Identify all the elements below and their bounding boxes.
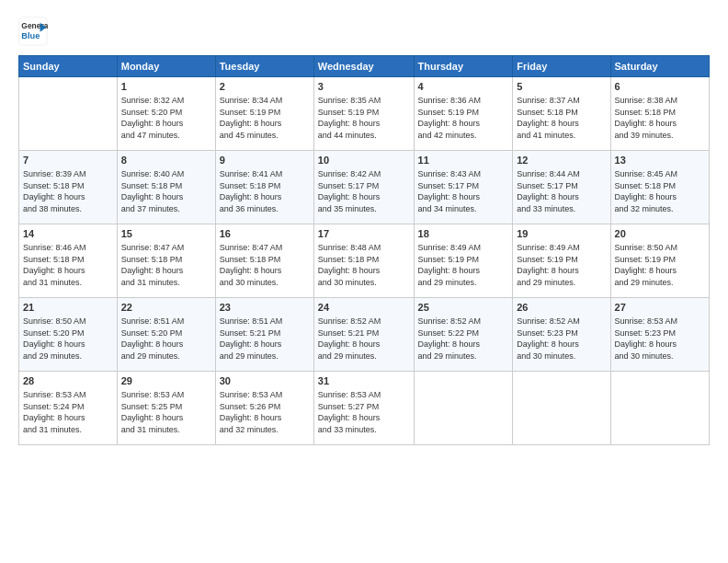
calendar-cell: 10Sunrise: 8:42 AM Sunset: 5:17 PM Dayli… bbox=[313, 151, 414, 224]
day-detail: Sunrise: 8:34 AM Sunset: 5:19 PM Dayligh… bbox=[220, 96, 283, 140]
day-number: 11 bbox=[418, 154, 509, 167]
day-number: 31 bbox=[318, 374, 410, 388]
day-header-friday: Friday bbox=[513, 56, 610, 77]
day-detail: Sunrise: 8:44 AM Sunset: 5:17 PM Dayligh… bbox=[517, 169, 580, 213]
day-detail: Sunrise: 8:49 AM Sunset: 5:19 PM Dayligh… bbox=[517, 243, 580, 287]
day-number: 21 bbox=[23, 301, 113, 315]
day-number: 26 bbox=[517, 301, 606, 315]
day-number: 8 bbox=[121, 154, 211, 167]
day-number: 14 bbox=[23, 227, 113, 241]
calendar-cell bbox=[610, 372, 709, 445]
calendar-cell bbox=[513, 372, 610, 445]
day-number: 30 bbox=[220, 374, 310, 388]
day-detail: Sunrise: 8:52 AM Sunset: 5:21 PM Dayligh… bbox=[318, 316, 381, 361]
calendar-cell: 24Sunrise: 8:52 AM Sunset: 5:21 PM Dayli… bbox=[313, 298, 414, 372]
day-detail: Sunrise: 8:51 AM Sunset: 5:21 PM Dayligh… bbox=[220, 316, 283, 361]
day-number: 16 bbox=[220, 227, 310, 241]
day-detail: Sunrise: 8:40 AM Sunset: 5:18 PM Dayligh… bbox=[121, 169, 185, 213]
calendar-body: 1Sunrise: 8:32 AM Sunset: 5:20 PM Daylig… bbox=[19, 77, 710, 445]
calendar-cell: 15Sunrise: 8:47 AM Sunset: 5:18 PM Dayli… bbox=[117, 224, 215, 298]
day-detail: Sunrise: 8:49 AM Sunset: 5:19 PM Dayligh… bbox=[418, 243, 482, 287]
day-number: 23 bbox=[220, 301, 310, 315]
week-row-3: 14Sunrise: 8:46 AM Sunset: 5:18 PM Dayli… bbox=[19, 224, 710, 298]
calendar-header-row: SundayMondayTuesdayWednesdayThursdayFrid… bbox=[19, 56, 710, 77]
day-number: 5 bbox=[517, 80, 606, 94]
day-detail: Sunrise: 8:39 AM Sunset: 5:18 PM Dayligh… bbox=[23, 169, 86, 213]
day-detail: Sunrise: 8:32 AM Sunset: 5:20 PM Dayligh… bbox=[121, 96, 185, 140]
calendar-cell: 13Sunrise: 8:45 AM Sunset: 5:18 PM Dayli… bbox=[610, 151, 709, 224]
calendar-cell: 26Sunrise: 8:52 AM Sunset: 5:23 PM Dayli… bbox=[513, 298, 610, 372]
day-detail: Sunrise: 8:47 AM Sunset: 5:18 PM Dayligh… bbox=[220, 243, 283, 287]
day-detail: Sunrise: 8:47 AM Sunset: 5:18 PM Dayligh… bbox=[121, 243, 185, 287]
calendar-cell: 2Sunrise: 8:34 AM Sunset: 5:19 PM Daylig… bbox=[215, 77, 313, 151]
day-number: 13 bbox=[615, 154, 705, 167]
day-number: 1 bbox=[121, 80, 211, 94]
day-detail: Sunrise: 8:50 AM Sunset: 5:19 PM Dayligh… bbox=[615, 243, 678, 287]
svg-text:Blue: Blue bbox=[21, 31, 40, 40]
day-number: 9 bbox=[220, 154, 310, 167]
logo-icon: General Blue bbox=[18, 17, 48, 46]
day-detail: Sunrise: 8:53 AM Sunset: 5:23 PM Dayligh… bbox=[615, 316, 678, 361]
calendar-cell: 8Sunrise: 8:40 AM Sunset: 5:18 PM Daylig… bbox=[117, 151, 215, 224]
header: General Blue bbox=[18, 17, 710, 46]
calendar-cell: 31Sunrise: 8:53 AM Sunset: 5:27 PM Dayli… bbox=[313, 372, 414, 445]
day-detail: Sunrise: 8:53 AM Sunset: 5:26 PM Dayligh… bbox=[220, 390, 283, 434]
day-detail: Sunrise: 8:41 AM Sunset: 5:18 PM Dayligh… bbox=[220, 169, 283, 213]
calendar-cell: 1Sunrise: 8:32 AM Sunset: 5:20 PM Daylig… bbox=[117, 77, 215, 151]
day-header-saturday: Saturday bbox=[610, 56, 709, 77]
day-detail: Sunrise: 8:53 AM Sunset: 5:24 PM Dayligh… bbox=[23, 390, 86, 434]
calendar-cell: 5Sunrise: 8:37 AM Sunset: 5:18 PM Daylig… bbox=[513, 77, 610, 151]
day-number: 12 bbox=[517, 154, 606, 167]
day-detail: Sunrise: 8:35 AM Sunset: 5:19 PM Dayligh… bbox=[318, 96, 381, 140]
day-number: 22 bbox=[121, 301, 211, 315]
calendar-cell: 17Sunrise: 8:48 AM Sunset: 5:18 PM Dayli… bbox=[313, 224, 414, 298]
calendar-cell: 21Sunrise: 8:50 AM Sunset: 5:20 PM Dayli… bbox=[19, 298, 118, 372]
day-number: 3 bbox=[318, 80, 410, 94]
day-detail: Sunrise: 8:42 AM Sunset: 5:17 PM Dayligh… bbox=[318, 169, 381, 213]
day-detail: Sunrise: 8:53 AM Sunset: 5:25 PM Dayligh… bbox=[121, 390, 185, 434]
week-row-4: 21Sunrise: 8:50 AM Sunset: 5:20 PM Dayli… bbox=[19, 298, 710, 372]
day-header-thursday: Thursday bbox=[414, 56, 513, 77]
calendar-cell bbox=[414, 372, 513, 445]
week-row-2: 7Sunrise: 8:39 AM Sunset: 5:18 PM Daylig… bbox=[19, 151, 710, 224]
calendar-cell: 4Sunrise: 8:36 AM Sunset: 5:19 PM Daylig… bbox=[414, 77, 513, 151]
day-detail: Sunrise: 8:51 AM Sunset: 5:20 PM Dayligh… bbox=[121, 316, 185, 361]
day-detail: Sunrise: 8:45 AM Sunset: 5:18 PM Dayligh… bbox=[615, 169, 678, 213]
day-detail: Sunrise: 8:38 AM Sunset: 5:18 PM Dayligh… bbox=[615, 96, 678, 140]
day-detail: Sunrise: 8:50 AM Sunset: 5:20 PM Dayligh… bbox=[23, 316, 86, 361]
day-detail: Sunrise: 8:52 AM Sunset: 5:22 PM Dayligh… bbox=[418, 316, 482, 361]
calendar-cell: 6Sunrise: 8:38 AM Sunset: 5:18 PM Daylig… bbox=[610, 77, 709, 151]
calendar-cell: 9Sunrise: 8:41 AM Sunset: 5:18 PM Daylig… bbox=[215, 151, 313, 224]
calendar-cell bbox=[19, 77, 118, 151]
day-number: 6 bbox=[615, 80, 705, 94]
calendar-cell: 29Sunrise: 8:53 AM Sunset: 5:25 PM Dayli… bbox=[117, 372, 215, 445]
calendar-cell: 18Sunrise: 8:49 AM Sunset: 5:19 PM Dayli… bbox=[414, 224, 513, 298]
day-number: 28 bbox=[23, 374, 113, 388]
day-detail: Sunrise: 8:43 AM Sunset: 5:17 PM Dayligh… bbox=[418, 169, 482, 213]
day-detail: Sunrise: 8:52 AM Sunset: 5:23 PM Dayligh… bbox=[517, 316, 580, 361]
day-number: 25 bbox=[418, 301, 509, 315]
calendar-cell: 23Sunrise: 8:51 AM Sunset: 5:21 PM Dayli… bbox=[215, 298, 313, 372]
day-number: 20 bbox=[615, 227, 705, 241]
day-number: 18 bbox=[418, 227, 509, 241]
page: General Blue SundayMondayTuesdayWednesda… bbox=[0, 0, 728, 563]
day-number: 7 bbox=[23, 154, 113, 167]
day-detail: Sunrise: 8:48 AM Sunset: 5:18 PM Dayligh… bbox=[318, 243, 381, 287]
week-row-5: 28Sunrise: 8:53 AM Sunset: 5:24 PM Dayli… bbox=[19, 372, 710, 445]
calendar-cell: 25Sunrise: 8:52 AM Sunset: 5:22 PM Dayli… bbox=[414, 298, 513, 372]
day-number: 19 bbox=[517, 227, 606, 241]
calendar-cell: 11Sunrise: 8:43 AM Sunset: 5:17 PM Dayli… bbox=[414, 151, 513, 224]
calendar-table: SundayMondayTuesdayWednesdayThursdayFrid… bbox=[18, 55, 710, 445]
day-detail: Sunrise: 8:53 AM Sunset: 5:27 PM Dayligh… bbox=[318, 390, 381, 434]
calendar-cell: 19Sunrise: 8:49 AM Sunset: 5:19 PM Dayli… bbox=[513, 224, 610, 298]
day-number: 24 bbox=[318, 301, 410, 315]
day-header-monday: Monday bbox=[117, 56, 215, 77]
day-number: 10 bbox=[318, 154, 410, 167]
logo: General Blue bbox=[18, 17, 48, 46]
day-number: 2 bbox=[220, 80, 310, 94]
day-detail: Sunrise: 8:46 AM Sunset: 5:18 PM Dayligh… bbox=[23, 243, 86, 287]
calendar-cell: 7Sunrise: 8:39 AM Sunset: 5:18 PM Daylig… bbox=[19, 151, 118, 224]
day-number: 29 bbox=[121, 374, 211, 388]
day-number: 17 bbox=[318, 227, 410, 241]
day-number: 27 bbox=[615, 301, 705, 315]
